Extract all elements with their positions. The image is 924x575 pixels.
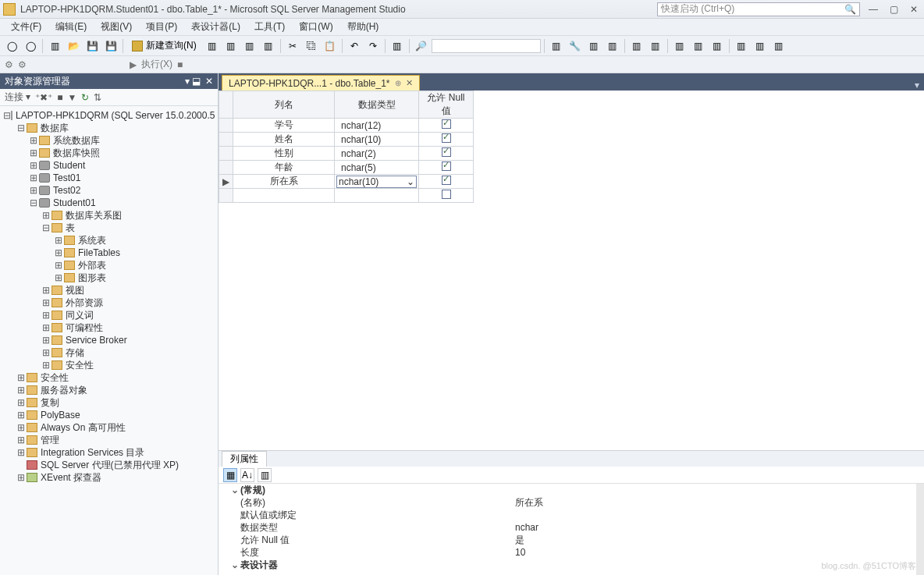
null-checkbox[interactable] [442,176,451,185]
categorized-icon[interactable]: ▦ [223,468,237,482]
toolbar-secondary: ⚙⚙ ▶执行(X) ■ [0,56,924,73]
null-checkbox[interactable] [442,133,451,143]
execute-label[interactable]: 执行(X) [141,58,172,71]
tb-icon-2[interactable]: ▥ [222,37,240,55]
null-checkbox[interactable] [442,161,451,171]
pin-icon[interactable]: ⊕ [395,79,401,87]
tool-icon-11[interactable]: ▥ [752,37,769,55]
props-grid[interactable]: ⌄(常规) (名称)所在系 默认值或绑定 数据类型nchar 允许 Null 值… [219,484,916,575]
close-button[interactable]: ✕ [907,4,921,15]
app-icon [3,3,16,16]
find-icon[interactable]: 🔎 [413,37,430,55]
tool-icon-12[interactable]: ▥ [770,37,787,55]
pin-icon[interactable]: ▾ ⬓ [185,76,201,87]
table-row-selected: ▶所在系nchar(10)⌄ [219,175,474,189]
table-row: 姓名nchar(10) [219,133,474,147]
nav-fwd-icon[interactable]: ◯ [22,37,39,55]
more-icon[interactable]: ⇅ [94,92,101,103]
stop-icon[interactable]: ■ [57,92,62,103]
table-row: 性别nchar(2) [219,147,474,161]
open-icon[interactable]: 📂 [65,37,82,55]
menu-tabledesigner[interactable]: 表设计器(L) [185,19,247,35]
menu-edit[interactable]: 编辑(E) [49,19,93,35]
tool-icon-7[interactable]: ▥ [671,37,688,55]
nav-back-icon[interactable]: ◯ [3,37,20,55]
quick-launch-input[interactable]: 快速启动 (Ctrl+Q)🔍 [657,2,860,16]
tool-icon-3[interactable]: ▥ [585,37,602,55]
find-combo[interactable] [432,39,541,53]
tb-icon-3[interactable]: ▥ [241,37,258,55]
refresh-icon[interactable]: ↻ [81,92,89,103]
object-explorer-title: 对象资源管理器 ▾ ⬓✕ [0,73,218,89]
scrollbar[interactable] [916,484,924,575]
copy-icon[interactable]: ⿻ [303,37,320,55]
null-checkbox[interactable] [442,119,451,129]
tool-icon-1[interactable]: ▥ [548,37,565,55]
document-tab-active[interactable]: LAPTOP-HPK1DQR...1 - dbo.Table_1* ⊕ ✕ [222,75,420,91]
menu-project[interactable]: 项目(P) [140,19,183,35]
null-checkbox[interactable] [442,147,451,157]
toolbar-main: ◯ ◯ ▥ 📂 💾 💾 新建查询(N) ▥ ▥ ▥ ▥ ✂ ⿻ 📋 ↶ ↷ ▥ … [0,36,924,56]
save-icon[interactable]: 💾 [84,37,101,55]
menu-tools[interactable]: 工具(T) [248,19,291,35]
panel-close-icon[interactable]: ✕ [205,76,213,87]
tb-icon-1[interactable]: ▥ [204,37,221,55]
tab-close-icon[interactable]: ✕ [406,78,413,88]
tool-icon-8[interactable]: ▥ [690,37,707,55]
null-checkbox[interactable] [442,190,451,199]
redo-icon[interactable]: ↷ [364,37,382,55]
filter2-icon[interactable]: ▼ [68,92,77,103]
document-tabs: LAPTOP-HPK1DQR...1 - dbo.Table_1* ⊕ ✕ ▾ [219,73,924,91]
col-header-null[interactable]: 允许 Null 值 [419,91,474,119]
props-tab[interactable]: 列属性 [222,451,267,467]
tb-misc-icon[interactable]: ▥ [389,37,406,55]
filter-icon[interactable]: ⁺✖⁺ [35,92,52,103]
cut-icon[interactable]: ✂ [284,37,301,55]
undo-icon[interactable]: ↶ [346,37,363,55]
table-row: 学号nchar(12) [219,119,474,133]
props-icon[interactable]: ▥ [258,468,272,482]
column-properties-panel: 列属性 ▦ A↓ ▥ ⌄(常规) (名称)所在系 默认值或绑定 数据类型ncha… [219,450,924,575]
watermark: blog.csdn. @51CTO博客 [821,560,916,572]
tb-icon-4[interactable]: ▥ [260,37,277,55]
title-bar: LAPTOP-HPK1DQRM.Student01 - dbo.Table_1*… [0,0,924,19]
menu-view[interactable]: 视图(V) [94,19,138,35]
table-row-new [219,189,474,203]
object-explorer: 对象资源管理器 ▾ ⬓✕ 连接 ▾ ⁺✖⁺ ■ ▼ ↻ ⇅ ⊟LAPTOP-HP… [0,73,219,575]
tool-icon-5[interactable]: ▥ [628,37,645,55]
object-explorer-toolbar: 连接 ▾ ⁺✖⁺ ■ ▼ ↻ ⇅ [0,89,218,106]
object-explorer-tree[interactable]: ⊟LAPTOP-HPK1DQRM (SQL Server 15.0.2000.5… [0,106,218,575]
paste-icon[interactable]: 📋 [322,37,339,55]
menu-help[interactable]: 帮助(H) [341,19,386,35]
maximize-button[interactable]: ▢ [887,4,901,15]
chevron-down-icon[interactable]: ⌄ [407,176,414,187]
menu-bar: 文件(F) 编辑(E) 视图(V) 项目(P) 表设计器(L) 工具(T) 窗口… [0,19,924,36]
tool-icon-4[interactable]: ▥ [604,37,621,55]
menu-window[interactable]: 窗口(W) [293,19,339,35]
table-designer-grid[interactable]: 列名 数据类型 允许 Null 值 学号nchar(12) 姓名nchar(10… [219,91,924,450]
alphabetical-icon[interactable]: A↓ [240,468,254,482]
minimize-button[interactable]: — [866,4,880,15]
table-row: 年龄nchar(5) [219,161,474,175]
menu-file[interactable]: 文件(F) [5,19,48,35]
window-title: LAPTOP-HPK1DQRM.Student01 - dbo.Table_1*… [20,4,657,15]
saveall-icon[interactable]: 💾 [102,37,119,55]
new-query-button[interactable]: 新建查询(N) [126,37,202,55]
col-header-name[interactable]: 列名 [233,91,335,119]
tool-icon-2[interactable]: 🔧 [567,37,584,55]
tool-icon-6[interactable]: ▥ [647,37,664,55]
new-icon[interactable]: ▥ [46,37,63,55]
tool-icon-10[interactable]: ▥ [733,37,750,55]
connect-button[interactable]: 连接 ▾ [5,91,30,104]
col-header-type[interactable]: 数据类型 [335,91,419,119]
type-dropdown[interactable]: nchar(10)⌄ [336,176,417,188]
tool-icon-9[interactable]: ▥ [709,37,726,55]
document-tab-label: LAPTOP-HPK1DQR...1 - dbo.Table_1* [229,78,390,89]
tab-dropdown-icon[interactable]: ▾ [910,80,924,91]
